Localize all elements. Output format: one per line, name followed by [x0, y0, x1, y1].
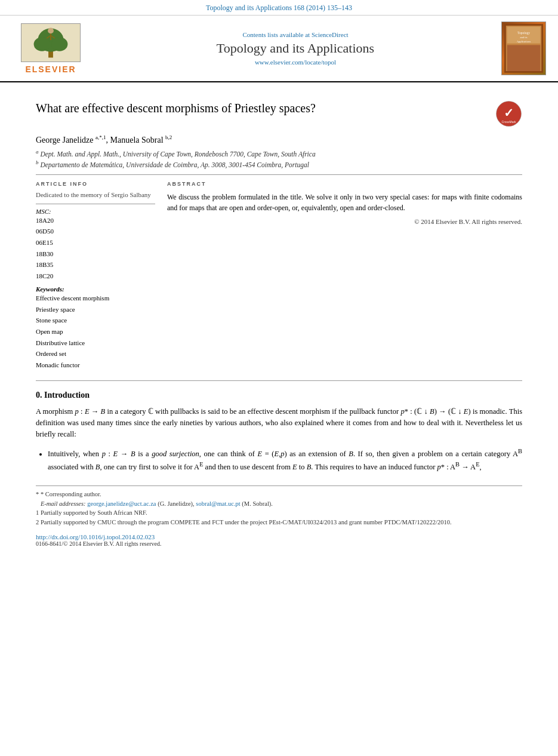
svg-text:Applications: Applications: [517, 40, 531, 43]
elsevier-logo: ELSEVIER: [12, 23, 90, 74]
elsevier-wordmark: ELSEVIER: [25, 64, 76, 74]
keyword-2: Priestley space: [36, 304, 155, 315]
bullet-list: Intuitively, when p : E → B is a good su…: [48, 447, 522, 474]
email-2-link[interactable]: sobral@mat.uc.pt: [196, 500, 240, 507]
elsevier-tree-image: [21, 23, 81, 62]
paper-content: What are effective descent morphisms of …: [0, 82, 558, 559]
abstract-text: We discuss the problem formulated in the…: [167, 192, 522, 213]
msc-code-1: 18A20: [36, 215, 155, 226]
svg-point-5: [48, 27, 54, 33]
footnote-1: 1 Partially supported by South African N…: [36, 508, 522, 518]
intro-paragraph-1: A morphism p : E → B in a category ℂ wit…: [36, 406, 522, 441]
svg-point-3: [34, 37, 50, 51]
svg-text:Topology: Topology: [517, 31, 530, 35]
header-divider: [36, 174, 522, 175]
bullet-item-1: Intuitively, when p : E → B is a good su…: [48, 447, 522, 474]
journal-title-section: Contents lists available at ScienceDirec…: [95, 31, 495, 66]
footnote-2: 2 Partially supported by CMUC through th…: [36, 518, 522, 527]
svg-point-4: [51, 37, 67, 51]
keywords-label: Keywords:: [36, 285, 155, 293]
msc-code-5: 18B35: [36, 259, 155, 271]
doi-section: http://dx.doi.org/10.1016/j.topol.2014.0…: [36, 533, 522, 547]
affiliation-a: a Dept. Math. and Appl. Math., Universit…: [36, 149, 522, 158]
keyword-5: Distributive lattice: [36, 337, 155, 349]
journal-name: Topology and its Applications: [95, 41, 495, 56]
footnotes-section: * * Corresponding author. E-mail address…: [36, 485, 522, 527]
journal-cover-thumbnail: Topology and its Applications: [501, 21, 546, 75]
issn-line: 0166-8641/© 2014 Elsevier B.V. All right…: [36, 540, 522, 547]
article-info-column: ARTICLE INFO Dedicated to the memory of …: [36, 181, 155, 370]
msc-code-2: 06D50: [36, 226, 155, 237]
keyword-1: Effective descent morphism: [36, 293, 155, 304]
sciencedirect-link[interactable]: ScienceDirect: [312, 31, 349, 38]
corresponding-author-note: * * Corresponding author.: [36, 490, 522, 499]
article-info-header: ARTICLE INFO: [36, 181, 155, 187]
abstract-header: ABSTRACT: [167, 181, 522, 187]
msc-label: MSC:: [36, 208, 155, 215]
keyword-3: Stone space: [36, 315, 155, 326]
copyright-notice: © 2014 Elsevier B.V. All rights reserved…: [167, 218, 522, 225]
email-1-link[interactable]: george.janelidze@uct.ac.za: [87, 500, 156, 507]
msc-code-4: 18B30: [36, 248, 155, 260]
svg-text:CrossMark: CrossMark: [501, 120, 516, 124]
keyword-4: Open map: [36, 326, 155, 337]
keywords-section: Keywords: Effective descent morphism Pri…: [36, 285, 155, 371]
dedication: Dedicated to the memory of Sergio Salban…: [36, 190, 155, 204]
keyword-6: Ordered set: [36, 348, 155, 359]
journal-citation: Topology and its Applications 168 (2014)…: [0, 0, 558, 16]
affiliation-b: b Departamento de Matemática, Universida…: [36, 159, 522, 168]
authors-line: George Janelidze a,*,1, Manuela Sobral b…: [36, 134, 522, 145]
journal-url[interactable]: www.elsevier.com/locate/topol: [95, 59, 495, 66]
msc-code-6: 18C20: [36, 271, 155, 282]
abstract-column: ABSTRACT We discuss the problem formulat…: [167, 181, 522, 370]
crossmark-badge[interactable]: ✓ CrossMark: [495, 100, 522, 127]
msc-codes: 18A20 06D50 06E15 18B30 18B35 18C20: [36, 215, 155, 282]
keyword-7: Monadic functor: [36, 359, 155, 371]
svg-rect-15: [507, 45, 541, 71]
section-divider: [36, 380, 522, 381]
svg-text:and its: and its: [520, 36, 527, 39]
journal-header: ELSEVIER Contents lists available at Sci…: [0, 16, 558, 82]
msc-code-3: 06E15: [36, 237, 155, 248]
intro-section-title: 0. Introduction: [36, 391, 522, 400]
sciencedirect-info: Contents lists available at ScienceDirec…: [95, 31, 495, 38]
keywords-list: Effective descent morphism Priestley spa…: [36, 293, 155, 371]
paper-title: What are effective descent morphisms of …: [36, 100, 495, 116]
svg-text:✓: ✓: [504, 106, 514, 119]
msc-section: MSC: 18A20 06D50 06E15 18B30 18B35 18C20: [36, 208, 155, 282]
email-addresses: E-mail addresses: george.janelidze@uct.a…: [36, 499, 522, 509]
doi-link[interactable]: http://dx.doi.org/10.1016/j.topol.2014.0…: [36, 533, 522, 540]
paper-title-row: What are effective descent morphisms of …: [36, 100, 522, 127]
article-info-abstract-section: ARTICLE INFO Dedicated to the memory of …: [36, 181, 522, 370]
